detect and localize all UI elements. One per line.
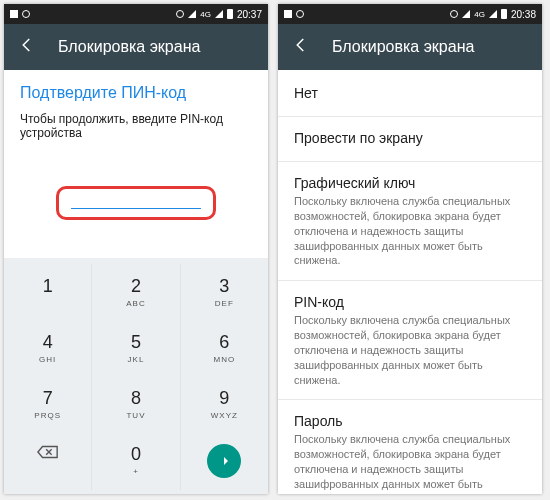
network-label: 4G — [200, 10, 211, 19]
back-icon[interactable] — [292, 36, 310, 58]
key-8[interactable]: 8TUV — [92, 376, 180, 432]
app-bar-title: Блокировка экрана — [332, 38, 474, 56]
status-bar: 4G 20:38 — [278, 4, 542, 24]
notif-icon — [284, 10, 292, 18]
pin-input[interactable] — [56, 186, 216, 220]
option-title: Нет — [294, 85, 526, 101]
numeric-keypad: 1 2ABC 3DEF 4GHI 5JKL 6MNO 7PRQS 8TUV 9W… — [4, 258, 268, 494]
key-5[interactable]: 5JKL — [92, 320, 180, 376]
key-2[interactable]: 2ABC — [92, 264, 180, 320]
signal-icon — [188, 10, 196, 18]
enter-icon — [207, 444, 241, 478]
app-bar: Блокировка экрана — [278, 24, 542, 70]
page-subtitle: Чтобы продолжить, введите PIN-код устрой… — [20, 112, 252, 140]
option-pin[interactable]: PIN-код Поскольку включена служба специа… — [278, 281, 542, 400]
lock-options-screen: Нет Провести по экрану Графический ключ … — [278, 70, 542, 494]
option-password[interactable]: Пароль Поскольку включена служба специал… — [278, 400, 542, 494]
network-label: 4G — [474, 10, 485, 19]
key-9[interactable]: 9WXYZ — [181, 376, 268, 432]
option-title: Пароль — [294, 413, 526, 429]
page-title: Подтвердите ПИН-код — [20, 84, 252, 102]
clock: 20:38 — [511, 9, 536, 20]
key-6[interactable]: 6MNO — [181, 320, 268, 376]
key-4[interactable]: 4GHI — [4, 320, 92, 376]
option-pattern[interactable]: Графический ключ Поскольку включена служ… — [278, 162, 542, 281]
key-enter[interactable] — [181, 432, 268, 490]
sync-icon — [176, 10, 184, 18]
notif-icon — [22, 10, 30, 18]
pin-confirm-screen: Подтвердите ПИН-код Чтобы продолжить, вв… — [4, 70, 268, 494]
option-swipe[interactable]: Провести по экрану — [278, 117, 542, 162]
signal-icon — [462, 10, 470, 18]
notif-icon — [10, 10, 18, 18]
battery-icon — [501, 9, 507, 19]
key-0[interactable]: 0+ — [92, 432, 180, 490]
option-desc: Поскольку включена служба специальных во… — [294, 432, 526, 494]
option-title: Графический ключ — [294, 175, 526, 191]
status-right-icons: 4G 20:37 — [176, 9, 262, 20]
status-left-icons — [10, 10, 30, 18]
status-left-icons — [284, 10, 304, 18]
status-right-icons: 4G 20:38 — [450, 9, 536, 20]
options-list: Нет Провести по экрану Графический ключ … — [278, 70, 542, 494]
app-bar: Блокировка экрана — [4, 24, 268, 70]
phone-right: 4G 20:38 Блокировка экрана Нет Провести … — [278, 4, 542, 494]
notif-icon — [296, 10, 304, 18]
back-icon[interactable] — [18, 36, 36, 58]
status-bar: 4G 20:37 — [4, 4, 268, 24]
option-desc: Поскольку включена служба специальных во… — [294, 194, 526, 268]
option-title: Провести по экрану — [294, 130, 526, 146]
option-none[interactable]: Нет — [278, 72, 542, 117]
key-backspace[interactable] — [4, 432, 92, 490]
option-title: PIN-код — [294, 294, 526, 310]
key-1[interactable]: 1 — [4, 264, 92, 320]
wifi-icon — [215, 10, 223, 18]
battery-icon — [227, 9, 233, 19]
clock: 20:37 — [237, 9, 262, 20]
sync-icon — [450, 10, 458, 18]
app-bar-title: Блокировка экрана — [58, 38, 200, 56]
key-3[interactable]: 3DEF — [181, 264, 268, 320]
wifi-icon — [489, 10, 497, 18]
phone-left: 4G 20:37 Блокировка экрана Подтвердите П… — [4, 4, 268, 494]
key-7[interactable]: 7PRQS — [4, 376, 92, 432]
option-desc: Поскольку включена служба специальных во… — [294, 313, 526, 387]
